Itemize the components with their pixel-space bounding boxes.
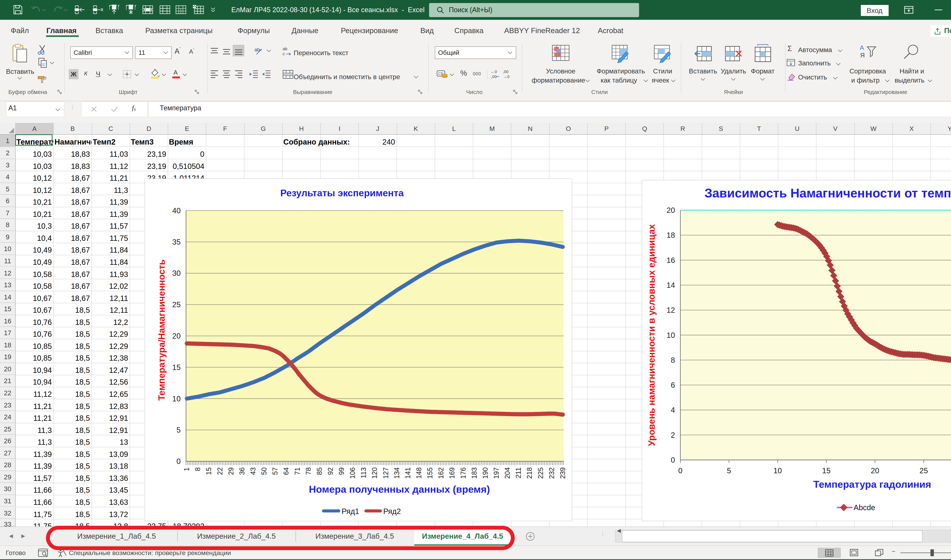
svg-text:Ряд2: Ряд2 <box>383 507 401 515</box>
svg-text:113: 113 <box>360 467 367 478</box>
svg-text:155: 155 <box>426 467 434 478</box>
svg-text:29: 29 <box>227 467 235 475</box>
svg-text:5: 5 <box>176 426 180 434</box>
svg-text:20: 20 <box>172 332 181 340</box>
svg-text:18: 18 <box>666 231 675 239</box>
svg-text:Номера полученных данных (врем: Номера полученных данных (время) <box>309 483 490 495</box>
svg-text:0: 0 <box>671 456 675 464</box>
svg-text:85: 85 <box>315 467 323 475</box>
svg-text:Abcde: Abcde <box>853 503 875 512</box>
svg-text:8: 8 <box>671 356 675 364</box>
svg-text:4: 4 <box>671 406 675 414</box>
svg-text:15: 15 <box>205 467 212 475</box>
svg-text:Температура гадолиния: Температура гадолиния <box>813 479 931 490</box>
svg-text:10: 10 <box>666 331 675 339</box>
svg-text:36: 36 <box>238 467 246 475</box>
svg-text:106: 106 <box>348 467 356 478</box>
svg-text:14: 14 <box>666 281 675 289</box>
svg-text:190: 190 <box>481 467 489 478</box>
svg-text:183: 183 <box>470 467 478 478</box>
svg-text:35: 35 <box>172 238 181 246</box>
svg-text:22: 22 <box>216 467 224 475</box>
svg-text:99: 99 <box>337 467 345 475</box>
svg-text:120: 120 <box>371 467 378 478</box>
svg-text:15: 15 <box>822 466 830 475</box>
svg-text:30: 30 <box>172 269 181 277</box>
svg-text:25: 25 <box>919 466 928 475</box>
svg-text:1: 1 <box>183 467 191 471</box>
svg-text:12: 12 <box>666 306 675 314</box>
svg-text:Температура/Намагниченность: Температура/Намагниченность <box>156 259 166 401</box>
svg-text:127: 127 <box>382 467 389 478</box>
svg-text:71: 71 <box>293 467 301 475</box>
svg-text:50: 50 <box>260 467 268 475</box>
svg-text:197: 197 <box>492 467 500 478</box>
svg-text:10: 10 <box>773 466 782 475</box>
svg-text:15: 15 <box>172 363 181 371</box>
svg-text:141: 141 <box>404 467 412 478</box>
svg-text:225: 225 <box>537 467 544 478</box>
svg-text:20: 20 <box>666 206 675 214</box>
svg-text:2: 2 <box>671 431 675 439</box>
svg-text:162: 162 <box>437 467 445 478</box>
svg-text:0: 0 <box>678 466 682 475</box>
svg-text:0: 0 <box>176 457 180 465</box>
svg-text:20: 20 <box>871 466 879 475</box>
svg-text:204: 204 <box>503 467 511 478</box>
svg-text:148: 148 <box>415 467 423 478</box>
svg-text:78: 78 <box>304 467 312 475</box>
svg-text:57: 57 <box>271 467 279 475</box>
svg-text:64: 64 <box>282 467 290 475</box>
svg-text:211: 211 <box>514 467 522 478</box>
svg-text:134: 134 <box>393 467 400 478</box>
svg-text:239: 239 <box>559 467 566 478</box>
svg-text:40: 40 <box>172 206 181 215</box>
svg-text:Ряд1: Ряд1 <box>342 507 359 515</box>
svg-text:232: 232 <box>548 467 556 478</box>
svg-text:25: 25 <box>172 300 181 309</box>
svg-text:Зависимость Намагниченности от: Зависимость Намагниченности от температу… <box>704 186 951 200</box>
svg-text:6: 6 <box>671 381 675 389</box>
svg-text:176: 176 <box>459 467 467 478</box>
svg-text:92: 92 <box>326 467 334 475</box>
svg-text:43: 43 <box>249 467 257 475</box>
svg-text:5: 5 <box>727 466 731 475</box>
svg-text:Уровень намагниченности в усл: Уровень намагниченности в условных едини… <box>646 224 656 446</box>
svg-text:218: 218 <box>525 467 533 478</box>
svg-text:169: 169 <box>448 467 456 478</box>
svg-text:10: 10 <box>172 394 181 403</box>
svg-text:16: 16 <box>666 256 675 265</box>
svg-text:Результаты эксперимента: Результаты эксперимента <box>280 188 404 198</box>
svg-text:8: 8 <box>194 467 202 471</box>
